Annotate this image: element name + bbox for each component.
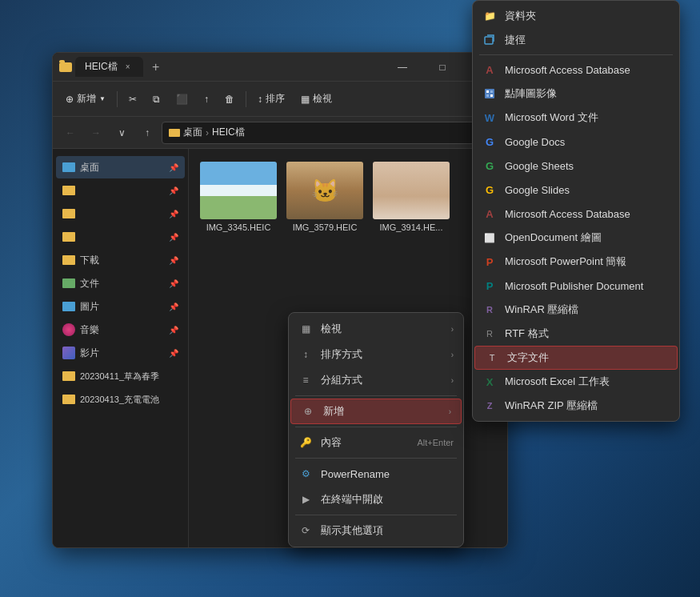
cut-button[interactable]: ✂ [122,86,143,112]
sidebar-item-documents[interactable]: 文件 📌 [56,272,185,294]
share-button[interactable]: ↑ [198,86,215,112]
delete-icon: 🗑 [225,94,234,105]
ctx-sort[interactable]: ↕ 排序方式 › [289,342,463,367]
tab-close-btn[interactable]: × [122,62,134,73]
thumb-cat: 🐱 [286,162,363,219]
sub-access1[interactable]: A Microsoft Access Database [473,58,679,82]
svg-rect-5 [490,94,493,97]
view-button[interactable]: ▦ 檢視 [294,86,338,112]
file-item-1[interactable]: IMG_3345.HEIC [198,158,278,235]
file-item-2[interactable]: 🐱 IMG_3579.HEIC [285,158,365,235]
sub-access1-label: Microsoft Access Database [505,64,630,76]
sub-gsheets[interactable]: G Google Sheets [473,154,679,178]
ctx-properties[interactable]: 🔑 內容 Alt+Enter [289,430,463,455]
ctx-more[interactable]: ⟳ 顯示其他選項 [289,518,463,543]
context-menu-main: ▦ 檢視 › ↕ 排序方式 › ≡ 分組方式 › ⊕ 新增 › 🔑 內容 Alt… [288,312,464,547]
sub-zip-label: WinRAR ZIP 壓縮檔 [505,399,598,413]
sub-publisher[interactable]: P Microsoft Publisher Document [473,274,679,298]
sidebar-item-downloads[interactable]: 下載 📌 [56,249,185,271]
sub-word[interactable]: W Microsoft Word 文件 [473,106,679,130]
new-button[interactable]: ⊕ 新增 ▼ [59,86,112,112]
sub-opendoc[interactable]: ⬜ OpenDocument 繪圖 [473,226,679,250]
sidebar-label-desktop: 桌面 [80,161,99,174]
ctx-group-label: 分組方式 [321,373,443,387]
path-current: HEIC檔 [212,126,245,139]
ctx-view[interactable]: ▦ 檢視 › [289,316,463,342]
sidebar-item-videos[interactable]: 影片 📌 [56,342,185,364]
sub-excel[interactable]: X Microsoft Excel 工作表 [473,370,679,394]
sort-button[interactable]: ↕ 排序 [251,86,291,112]
sidebar-item-folder2[interactable]: 📌 [56,202,185,225]
sub-ppt[interactable]: P Microsoft PowerPoint 簡報 [473,250,679,274]
video-icon [62,347,75,359]
sidebar-label-music: 音樂 [80,323,99,337]
sub-access2-label: Microsoft Access Database [505,208,630,220]
sub-gdocs-label: Google Docs [505,136,565,148]
tab-add-btn[interactable]: + [146,58,166,77]
paste-icon: ⬛ [176,94,188,105]
key-icon: 🔑 [298,435,313,450]
sub-rtf[interactable]: R RTF 格式 [473,322,679,346]
sub-txt-label: 文字文件 [507,351,549,365]
maximize-btn[interactable]: □ [424,54,461,80]
sub-shortcut-icon [482,33,497,47]
svg-rect-0 [485,37,493,44]
ctx-sort-label: 排序方式 [321,347,443,362]
pin-icon-doc: 📌 [169,279,178,288]
sidebar-item-folder3[interactable]: 📌 [56,226,185,248]
new-icon: ⊕ [301,404,315,419]
file-item-3[interactable]: IMG_3914.HE... [371,158,451,235]
ctx-terminal-label: 在終端中開啟 [321,492,454,507]
sidebar-item-battery[interactable]: 20230413_充電電池 [56,388,185,411]
delete-button[interactable]: 🗑 [218,86,241,112]
toolbar-sep-2 [246,91,246,107]
folder1-icon [62,186,75,195]
sidebar-item-music[interactable]: 音樂 📌 [56,319,185,341]
sidebar-item-desktop[interactable]: 桌面 📌 [56,156,185,178]
sub-winrar[interactable]: R WinRAR 壓縮檔 [473,298,679,322]
ctx-powerrename-label: PowerRename [321,468,454,480]
pin-icon-2: 📌 [169,210,178,218]
back-button[interactable]: ← [59,122,82,144]
dropdown-button[interactable]: ∨ [110,122,133,144]
sub-txt-icon: T [485,351,499,365]
sub-shortcut[interactable]: 捷徑 [473,28,679,52]
ctx-new[interactable]: ⊕ 新增 › [290,399,462,424]
powerrename-icon: ⚙ [298,467,313,481]
sub-bitmap[interactable]: 點陣圖影像 [473,82,679,106]
address-path[interactable]: 桌面 › HEIC檔 [162,122,475,144]
sub-folder[interactable]: 📁 資料夾 [473,4,679,28]
ctx-terminal[interactable]: ▶ 在終端中開啟 [289,487,463,512]
ctx-powerrename[interactable]: ⚙ PowerRename [289,461,463,487]
title-tab: HEIC檔 × [75,57,143,77]
sub-gdocs[interactable]: G Google Docs [473,130,679,154]
documents-icon [62,278,75,288]
sub-bitmap-icon [482,86,497,101]
ctx-view-label: 檢視 [321,322,443,336]
minimize-btn[interactable]: — [384,54,421,80]
ctx-group[interactable]: ≡ 分組方式 › [289,367,463,393]
file-name-3: IMG_3914.HE... [380,222,443,232]
status-bar: 3 個項目 | ▦ ▤ [53,547,507,548]
file-name-2: IMG_3579.HEIC [293,222,358,232]
terminal-icon: ▶ [298,492,313,507]
sidebar-item-folder1[interactable]: 📌 [56,179,185,202]
copy-button[interactable]: ⧉ [146,86,166,112]
desktop-icon [62,162,75,172]
sidebar-item-pictures[interactable]: 圖片 📌 [56,295,185,318]
sub-gsheets-icon: G [482,158,497,173]
folder3-icon [62,232,75,242]
sidebar-item-spring[interactable]: 20230411_草為春季 [56,365,185,387]
paste-button[interactable]: ⬛ [170,86,194,112]
forward-button[interactable]: → [85,122,107,144]
sub-opendoc-label: OpenDocument 繪圖 [505,230,602,245]
sub-txt[interactable]: T 文字文件 [474,346,678,370]
up-button[interactable]: ↑ [136,122,158,144]
sub-zip[interactable]: Z WinRAR ZIP 壓縮檔 [473,394,679,418]
sub-gslides[interactable]: G Google Slides [473,178,679,202]
window-folder-icon [59,62,72,72]
ctx-sep-3 [295,458,457,459]
ctx-sep-2 [295,427,457,427]
context-menu-sub: 📁 資料夾 捷徑 A Microsoft Access Database 點 [472,0,680,422]
sub-access2[interactable]: A Microsoft Access Database [473,202,679,226]
